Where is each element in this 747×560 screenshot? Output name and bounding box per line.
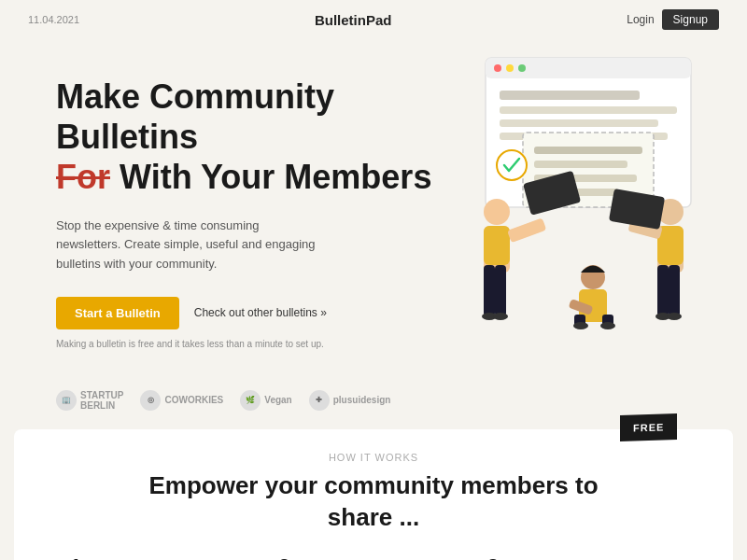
logo-coworkies: ◎ COWORKIES: [140, 390, 223, 411]
hero-title: Make Community Bulletins For With Your M…: [56, 77, 448, 198]
svg-rect-1: [486, 58, 691, 78]
start-bulletin-button[interactable]: Start a Bulletin: [56, 297, 179, 329]
hero-subtitle: Stop the expensive & time consuming news…: [56, 217, 317, 274]
svg-point-4: [518, 64, 526, 72]
svg-rect-10: [534, 147, 642, 154]
svg-rect-34: [657, 265, 669, 316]
logo: BulletinPad: [315, 12, 392, 28]
logo-plusuidesign: ✚ plusuidesign: [309, 390, 391, 411]
hero-cta: Start a Bulletin Check out other bulleti…: [56, 297, 448, 329]
step-2: 2. Send it to your community for submiss…: [278, 556, 468, 560]
svg-rect-11: [534, 161, 627, 168]
vegan-icon: 🌿: [240, 390, 261, 411]
signup-button[interactable]: Signup: [662, 9, 719, 30]
step-3: 3. Preview & publish: [487, 556, 677, 560]
svg-rect-35: [669, 265, 680, 316]
svg-point-37: [667, 313, 682, 320]
svg-point-3: [506, 64, 514, 72]
logo-vegan: 🌿 Vegan: [240, 390, 291, 411]
logo-startup-berlin: 🏢 STARTUPBERLIN: [56, 390, 123, 411]
bottom-section: FREE HOW IT WORKS Empower your community…: [14, 429, 733, 560]
svg-rect-6: [500, 106, 677, 114]
header-date: 11.04.2021: [28, 14, 79, 25]
free-badge: FREE: [620, 413, 677, 441]
svg-rect-21: [484, 226, 510, 265]
svg-rect-17: [484, 265, 495, 316]
svg-rect-22: [507, 217, 546, 243]
how-it-works-label: HOW IT WORKS: [70, 452, 677, 463]
step-1-number: 1.: [70, 556, 87, 560]
step-1: 1. Name your bulletin and set up the lin…: [70, 556, 260, 560]
svg-point-29: [600, 322, 615, 329]
title-line2: With Your Members: [120, 158, 431, 196]
hero-note: Making a bulletin is free and it takes l…: [56, 339, 448, 349]
svg-point-14: [497, 150, 527, 180]
step-3-number: 3.: [487, 556, 504, 560]
title-line1: Make Community Bulletins: [56, 77, 334, 156]
svg-point-2: [494, 64, 501, 72]
hero-section: Make Community Bulletins For With Your M…: [0, 39, 747, 390]
svg-point-15: [484, 199, 510, 225]
svg-rect-7: [500, 119, 658, 127]
bottom-title: Empower your community members to share …: [70, 470, 677, 534]
plusuidesign-icon: ✚: [309, 390, 330, 411]
startup-berlin-icon: 🏢: [56, 390, 77, 411]
coworkies-icon: ◎: [140, 390, 161, 411]
header-actions: Login Signup: [627, 9, 719, 30]
check-bulletins-link[interactable]: Check out other bulletins »: [194, 306, 327, 319]
svg-rect-18: [495, 265, 506, 316]
hero-left: Make Community Bulletins For With Your M…: [56, 67, 448, 371]
header: 11.04.2021 BulletinPad Login Signup: [0, 0, 747, 39]
steps: 1. Name your bulletin and set up the lin…: [70, 556, 677, 560]
logos-section: 🏢 STARTUPBERLIN ◎ COWORKIES 🌿 Vegan ✚ pl…: [0, 390, 747, 411]
svg-rect-5: [500, 91, 640, 100]
title-strikethrough: For: [56, 158, 110, 196]
svg-point-28: [573, 322, 588, 329]
step-2-number: 2.: [278, 556, 295, 560]
svg-point-20: [493, 313, 508, 320]
hero-illustration: [430, 49, 728, 338]
step-3-text: Preview & publish: [514, 556, 602, 560]
login-button[interactable]: Login: [627, 13, 654, 26]
step-1-text: Name your bulletin and set up the link: [96, 556, 260, 560]
step-2-text: Send it to your community for submission…: [305, 556, 469, 560]
